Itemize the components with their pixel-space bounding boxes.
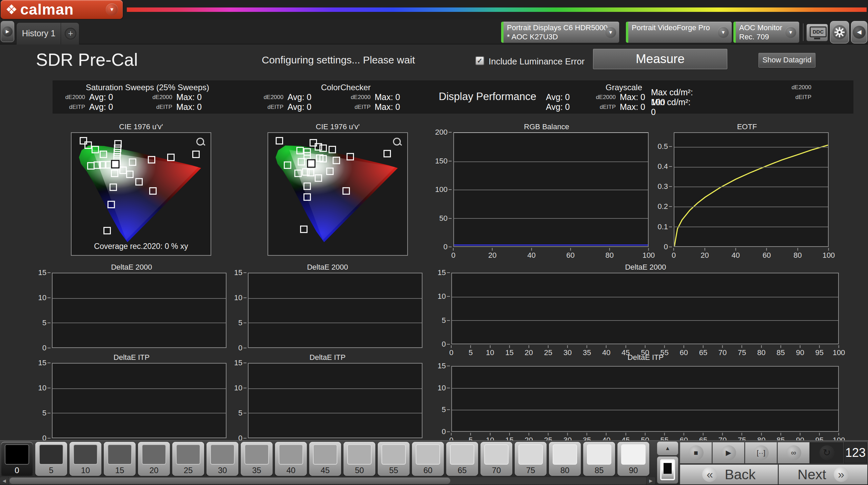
patch-button-55[interactable]: 55: [378, 442, 410, 476]
patch-swatch: [587, 444, 611, 465]
tick-label: 0: [442, 427, 446, 436]
meter2-dropdown-icon[interactable]: ▼: [717, 26, 729, 38]
patch-button-70[interactable]: 70: [480, 442, 512, 476]
magnifier-icon[interactable]: [392, 137, 402, 147]
patch-button-0[interactable]: 0: [1, 442, 33, 476]
patch-button-35[interactable]: 35: [241, 442, 273, 476]
target-marker: [107, 201, 115, 208]
patch-label: 65: [446, 466, 478, 475]
add-tab-button[interactable]: +: [65, 28, 76, 39]
chart-title: DeltaE 2000: [232, 263, 423, 272]
tick-label: 15: [38, 358, 46, 367]
tick-label: 15: [438, 362, 446, 370]
scrollbar-thumb[interactable]: [9, 478, 450, 484]
patch-button-10[interactable]: 10: [70, 442, 101, 476]
tick-label: 80: [793, 251, 802, 260]
loop-button[interactable]: ∞: [777, 442, 809, 463]
expand-left-panel-button[interactable]: ▶: [1, 21, 14, 42]
settings-button[interactable]: [830, 21, 849, 43]
patch-list-up-button[interactable]: ▲: [657, 442, 678, 455]
play-button[interactable]: ▶: [712, 442, 744, 463]
deltae-itp-chart-grayscale: DeltaE ITP 151050 0510152025303540455055…: [435, 353, 856, 442]
tick-label: 200: [435, 128, 448, 137]
patch-button-40[interactable]: 40: [275, 442, 307, 476]
patch-button-45[interactable]: 45: [309, 442, 341, 476]
max-value: Max: 0: [176, 92, 232, 102]
target-marker: [383, 150, 391, 157]
calman-diamond-icon: ❖: [5, 3, 18, 16]
scroll-right-icon[interactable]: ▶: [647, 477, 655, 484]
patch-scrollbar[interactable]: ◀ ▶: [0, 477, 655, 484]
patch-button-15[interactable]: 15: [104, 442, 136, 476]
gridline: [53, 298, 226, 299]
patch-swatch: [621, 444, 646, 465]
tick-label: 0: [42, 344, 46, 352]
grayscale-stats: Grayscale dE2000 Avg: 0 dE2000 Max: 0 Ma…: [546, 82, 815, 112]
calman-menu-button[interactable]: ❖ calman ▼: [1, 0, 123, 19]
logo-dropdown-icon[interactable]: ▼: [106, 3, 118, 16]
scroll-left-icon[interactable]: ◀: [0, 477, 8, 484]
magnifier-icon[interactable]: [196, 137, 206, 147]
display-performance-label: Display Performance: [439, 91, 536, 103]
patch-button-5[interactable]: 5: [35, 442, 67, 476]
tick-label: 10: [234, 293, 242, 302]
patch-label: 80: [549, 466, 581, 475]
target-marker: [126, 171, 134, 178]
white-point-marker: [111, 160, 120, 168]
target-marker: [303, 182, 311, 190]
next-button[interactable]: Next »: [778, 465, 867, 484]
history-tab-group: History 1 +: [16, 22, 79, 44]
cie-1976-chart-colorchecker: CIE 1976 u'v': [268, 123, 408, 256]
tick-label: 10: [438, 384, 446, 392]
patch-button-90[interactable]: 90: [617, 442, 649, 476]
collapse-right-panel-button[interactable]: ◀: [851, 21, 867, 43]
max-value: Max: 0: [620, 92, 651, 102]
include-luminance-checkbox[interactable]: ✓: [475, 56, 484, 65]
tick-label: 0.1: [657, 222, 668, 231]
tab-history-1[interactable]: History 1: [17, 23, 61, 44]
target-marker: [92, 146, 99, 153]
gridline: [452, 297, 838, 297]
patch-button-30[interactable]: 30: [206, 442, 238, 476]
measurement-counter: 123: [844, 442, 867, 463]
stop-button[interactable]: ■: [680, 442, 712, 463]
gridline: [249, 323, 422, 323]
calman-window: ❖ calman ▼ ▶ History 1 + Portrait Displa…: [0, 0, 868, 485]
meter-dropdown-display[interactable]: AOC Monitor Rec. 709 ▼: [733, 21, 800, 43]
patch-button-80[interactable]: 80: [549, 442, 581, 476]
meter-dropdown-pattern-generator[interactable]: Portrait VideoForge Pro ▼: [626, 21, 732, 43]
patch-swatch: [210, 444, 235, 465]
step-pattern-button[interactable]: [··]: [745, 442, 777, 463]
patch-label: 70: [480, 466, 512, 475]
max-value: Max: 0: [176, 102, 232, 112]
chart-title: CIE 1976 u'v': [268, 123, 408, 132]
gridline: [452, 320, 838, 321]
status-message: Configuring settings... Please wait: [262, 54, 415, 66]
meter3-dropdown-icon[interactable]: ▼: [785, 26, 796, 38]
target-marker: [276, 137, 283, 144]
patch-button-75[interactable]: 75: [515, 442, 547, 476]
deltae-2000-chart-grayscale: DeltaE 2000 151050 051015202530354045505…: [435, 263, 856, 351]
metric-label: dE2000: [343, 94, 375, 101]
refresh-button[interactable]: ↻: [810, 442, 843, 463]
patch-button-65[interactable]: 65: [446, 442, 478, 476]
meter-dropdown-colorimeter[interactable]: Portrait Displays C6 HDR5000 * AOC K27U3…: [501, 21, 619, 43]
measure-button[interactable]: Measure: [593, 49, 727, 69]
meter1-dropdown-icon[interactable]: ▼: [605, 26, 616, 38]
tick-label: 10: [438, 292, 446, 301]
ddc-button[interactable]: DDC: [806, 24, 828, 41]
show-datagrid-button[interactable]: Show Datagrid: [758, 53, 815, 67]
pattern-window-button[interactable]: [657, 457, 678, 484]
patch-button-60[interactable]: 60: [412, 442, 444, 476]
patch-label: 60: [412, 466, 444, 475]
target-marker: [298, 158, 305, 166]
back-button[interactable]: « Back: [680, 465, 778, 484]
target-marker: [192, 151, 200, 158]
metric-label: dEITP: [343, 104, 375, 111]
patch-button-85[interactable]: 85: [583, 442, 615, 476]
patch-button-25[interactable]: 25: [172, 442, 204, 476]
patch-button-50[interactable]: 50: [343, 442, 375, 476]
patch-label: 40: [275, 466, 307, 475]
patch-button-20[interactable]: 20: [138, 442, 170, 476]
tick-label: 100: [823, 251, 835, 260]
